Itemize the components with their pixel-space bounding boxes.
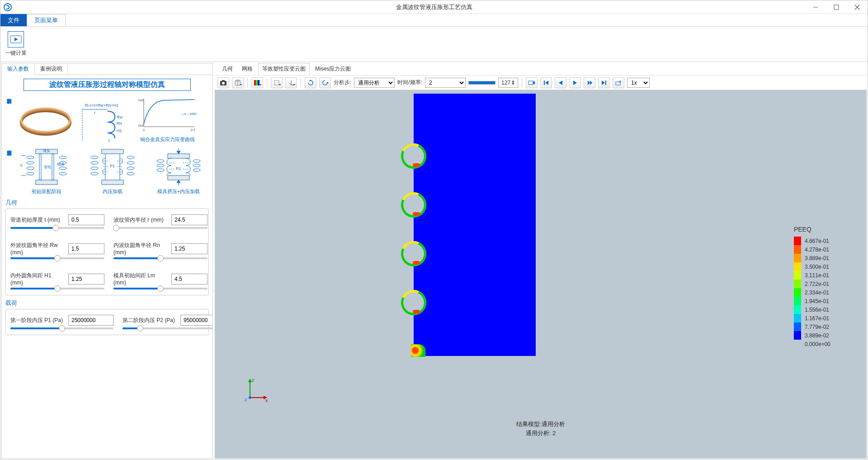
frame-spin[interactable]: 127▲▼ <box>498 78 518 88</box>
first-frame-button[interactable] <box>540 77 552 88</box>
param-input-Rn[interactable] <box>171 243 208 254</box>
illust-stage-1: 堵头 管坯 模具 E <box>16 147 77 187</box>
param-slider-P2[interactable] <box>123 327 212 329</box>
play-button[interactable] <box>569 77 581 88</box>
simulation-result <box>414 94 536 356</box>
axes-button[interactable] <box>285 77 297 88</box>
param-slider-Rn[interactable] <box>113 257 208 259</box>
svg-rect-62 <box>168 175 189 180</box>
svg-rect-29 <box>52 154 54 180</box>
titlebar: 金属波纹管液压胀形工艺仿真 <box>0 0 868 14</box>
viewtab-mises[interactable]: Mises应力云图 <box>311 63 354 75</box>
param-label-t: 管道初始厚度 t (mm) <box>10 216 65 224</box>
tab-case-desc[interactable]: 案例说明 <box>35 63 68 75</box>
param-slider-Lm[interactable] <box>113 288 208 289</box>
svg-rect-45 <box>102 180 123 185</box>
svg-marker-94 <box>559 81 562 85</box>
menu-file[interactable]: 文件 <box>0 14 27 26</box>
svg-point-35 <box>27 172 34 175</box>
viewtab-peeq[interactable]: 等效塑性应变云图 <box>258 63 310 75</box>
tab-input-params[interactable]: 输入参数 <box>2 63 35 75</box>
viewtab-geom[interactable]: 几何 <box>218 63 236 75</box>
record-button[interactable] <box>526 77 538 88</box>
load-params: 第一阶段内压 P1 (Pa) 第二阶段内压 P2 (Pa) <box>5 309 209 335</box>
result-caption: 结果模型:通用分析 通用分析: 2 <box>516 419 565 438</box>
param-slider-H1[interactable] <box>10 288 104 289</box>
legend-row: 1.167e-01 <box>794 314 830 322</box>
view-cube-button[interactable] <box>232 77 244 88</box>
legend-row: 2.334e-01 <box>794 288 830 297</box>
svg-marker-95 <box>573 81 577 85</box>
select-box-button[interactable] <box>271 77 283 88</box>
svg-rect-83 <box>258 80 259 85</box>
maximize-button[interactable] <box>826 0 847 14</box>
svg-rect-2 <box>834 5 839 9</box>
stage2-caption: 内压加载 <box>82 188 143 195</box>
svg-point-38 <box>59 167 66 170</box>
step-select[interactable]: 通用分析 <box>354 78 395 88</box>
param-label-P1: 第一阶段内压 P1 (Pa) <box>10 317 65 324</box>
svg-point-76 <box>193 164 200 167</box>
minimize-button[interactable] <box>805 0 826 14</box>
svg-point-72 <box>157 160 164 162</box>
param-slider-t[interactable] <box>10 227 104 229</box>
param-slider-Rw[interactable] <box>10 257 104 259</box>
frame-slider[interactable] <box>468 81 495 85</box>
param-input-t[interactable] <box>68 214 104 225</box>
time-label: 时间/频率: <box>397 79 422 86</box>
app-logo-icon <box>3 3 12 12</box>
section-geom: 几何 <box>5 199 209 207</box>
svg-rect-80 <box>222 80 225 81</box>
svg-marker-88 <box>310 80 311 81</box>
svg-text:Rw: Rw <box>117 115 123 119</box>
ribbon: 一键计算 <box>0 27 868 62</box>
svg-text:r: r <box>94 110 95 115</box>
svg-text:x: x <box>265 398 268 403</box>
svg-marker-98 <box>602 81 605 85</box>
section-load: 载荷 <box>5 299 209 307</box>
time-select[interactable]: 2 <box>425 78 466 88</box>
speed-select[interactable]: 1x <box>627 78 650 88</box>
menubar: 文件 页面菜单 <box>0 14 868 27</box>
param-input-P2[interactable] <box>180 315 212 326</box>
svg-text:0: 0 <box>143 128 145 132</box>
param-slider-P1[interactable] <box>10 327 113 329</box>
refresh-button[interactable] <box>305 77 316 88</box>
stage1-caption: 初始装配阶段 <box>16 188 77 195</box>
svg-point-57 <box>127 156 134 159</box>
colormap-button[interactable] <box>251 77 263 88</box>
menu-page[interactable]: 页面菜单 <box>27 14 66 26</box>
svg-rect-81 <box>254 80 256 85</box>
compute-button[interactable]: 一键计算 <box>5 31 27 57</box>
viewtab-mesh[interactable]: 网格 <box>238 63 256 75</box>
param-slider-r[interactable] <box>113 227 208 229</box>
svg-point-33 <box>27 161 34 164</box>
play-icon <box>8 31 24 47</box>
param-input-Rw[interactable] <box>68 243 104 254</box>
next-frame-button[interactable] <box>584 77 595 88</box>
svg-text:y: y <box>252 377 255 382</box>
param-input-P1[interactable] <box>68 315 113 326</box>
svg-point-55 <box>91 167 98 170</box>
svg-text:0e8: 0e8 <box>138 124 144 127</box>
close-button[interactable] <box>847 0 868 14</box>
svg-point-77 <box>193 169 200 171</box>
svg-point-39 <box>59 172 66 175</box>
illust-stage-2: P1 <box>82 147 143 187</box>
snapshot-button[interactable] <box>217 77 229 88</box>
param-input-H1[interactable] <box>68 274 104 285</box>
param-input-Lm[interactable] <box>171 274 208 285</box>
legend-row: 2.722e-01 <box>794 280 830 288</box>
svg-point-0 <box>4 4 11 11</box>
svg-text:—o— yield: —o— yield <box>181 112 196 116</box>
legend-row: 4.278e-01 <box>794 245 830 254</box>
legend-row: 3.889e-01 <box>794 254 830 262</box>
refresh2-button[interactable] <box>319 77 331 88</box>
viewport[interactable]: y x z PEEQ 4.667e-014.278e-013.889e-013.… <box>215 90 867 459</box>
param-input-r[interactable] <box>171 214 208 225</box>
coord-axes-icon: y x z <box>242 376 269 404</box>
prev-frame-button[interactable] <box>555 77 566 88</box>
geom-params: 管道初始厚度 t (mm) 波纹管内半径 r (mm) 外波纹圆角半径 Rw (… <box>5 209 209 295</box>
last-frame-button[interactable] <box>598 77 610 88</box>
export-button[interactable] <box>613 77 624 88</box>
